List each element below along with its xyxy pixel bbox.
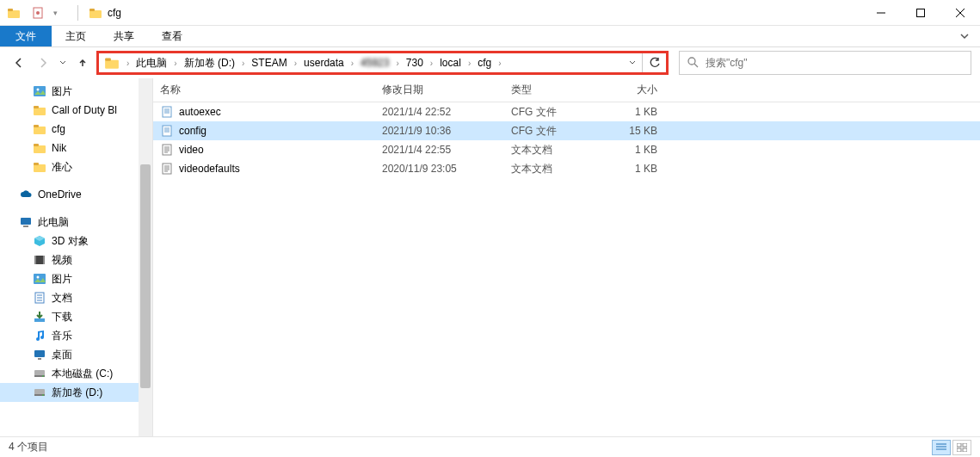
qat-dropdown-icon[interactable]: ▾ <box>48 6 62 20</box>
sidebar-item-9[interactable]: 图片 <box>0 269 152 288</box>
chevron-right-icon[interactable]: › <box>391 59 404 68</box>
music-icon <box>33 329 46 343</box>
nav-row: › 此电脑›新加卷 (D:)›STEAM›userdata›45923›730›… <box>0 47 980 78</box>
sidebar-item-8[interactable]: 视频 <box>0 250 152 269</box>
svg-rect-42 <box>963 448 967 452</box>
file-type: CFG 文件 <box>504 124 599 139</box>
folder-icon <box>33 122 46 136</box>
ribbon-collapse-button[interactable] <box>949 26 980 46</box>
file-row-0[interactable]: autoexec2021/1/4 22:52CFG 文件1 KB <box>153 102 980 121</box>
sidebar-item-label: 图片 <box>52 272 72 287</box>
back-button[interactable] <box>9 52 29 73</box>
search-box[interactable] <box>679 51 971 75</box>
sidebar-scrollbar[interactable] <box>139 78 152 436</box>
address-bar[interactable]: › 此电脑›新加卷 (D:)›STEAM›userdata›45923›730›… <box>96 51 669 75</box>
sidebar-item-3[interactable]: Nik <box>0 139 152 157</box>
chevron-right-icon[interactable]: › <box>425 59 438 68</box>
column-type[interactable]: 类型 <box>504 83 599 97</box>
sidebar-item-label: cfg <box>52 123 65 135</box>
picture-icon <box>33 84 46 98</box>
file-size: 1 KB <box>599 144 668 156</box>
sidebar-item-15[interactable]: 新加卷 (D:) <box>0 383 152 402</box>
qat-properties-icon[interactable] <box>31 6 45 20</box>
breadcrumb-2[interactable]: STEAM <box>251 57 287 69</box>
file-list: 名称 修改日期 类型 大小 autoexec2021/1/4 22:52CFG … <box>153 78 980 436</box>
breadcrumb-6[interactable]: local <box>440 57 461 69</box>
ribbon-file-tab[interactable]: 文件 <box>0 26 52 46</box>
column-size[interactable]: 大小 <box>599 83 668 97</box>
chevron-right-icon[interactable]: › <box>121 59 134 68</box>
forward-button[interactable] <box>33 52 53 73</box>
breadcrumb-5[interactable]: 730 <box>406 57 423 69</box>
sidebar-item-2[interactable]: cfg <box>0 120 152 139</box>
sidebar-item-label: 桌面 <box>52 348 72 362</box>
sidebar-item-5[interactable]: OneDrive <box>0 185 152 204</box>
view-icons-button[interactable] <box>952 440 971 455</box>
breadcrumb-3[interactable]: userdata <box>304 57 344 69</box>
chevron-right-icon[interactable]: › <box>493 59 506 68</box>
pc-icon <box>19 215 33 229</box>
chevron-right-icon[interactable]: › <box>237 59 250 68</box>
chevron-right-icon[interactable]: › <box>346 59 359 68</box>
ribbon-tab-2[interactable]: 查看 <box>148 26 196 46</box>
file-row-3[interactable]: videodefaults2020/11/9 23:05文本文档1 KB <box>153 159 980 178</box>
file-row-1[interactable]: config2021/1/9 10:36CFG 文件15 KB <box>153 121 980 140</box>
column-date[interactable]: 修改日期 <box>375 83 504 97</box>
folder-icon <box>33 141 46 155</box>
3d-icon <box>33 234 46 248</box>
address-dropdown-button[interactable] <box>623 53 642 72</box>
sidebar-item-13[interactable]: 桌面 <box>0 345 152 364</box>
doc-icon <box>33 291 46 305</box>
sidebar-item-label: 3D 对象 <box>52 234 89 249</box>
folder-icon <box>33 103 46 117</box>
close-button[interactable] <box>940 0 980 26</box>
chevron-right-icon[interactable]: › <box>463 59 476 68</box>
sidebar-item-11[interactable]: 下载 <box>0 307 152 326</box>
sidebar-item-label: 新加卷 (D:) <box>52 386 102 400</box>
breadcrumb-0[interactable]: 此电脑 <box>136 56 167 71</box>
column-headers: 名称 修改日期 类型 大小 <box>153 78 980 102</box>
sidebar-item-6[interactable]: 此电脑 <box>0 213 152 232</box>
cloud-icon <box>19 188 33 201</box>
sidebar-scrollbar-thumb[interactable] <box>140 164 151 388</box>
file-icon <box>160 105 174 119</box>
sidebar-item-14[interactable]: 本地磁盘 (C:) <box>0 364 152 383</box>
minimize-button[interactable] <box>861 0 901 26</box>
sidebar-item-10[interactable]: 文档 <box>0 288 152 307</box>
desktop-icon <box>33 348 46 361</box>
maximize-button[interactable] <box>901 0 940 26</box>
file-date: 2021/1/4 22:52 <box>375 106 504 118</box>
search-input[interactable] <box>706 57 971 69</box>
sidebar-item-7[interactable]: 3D 对象 <box>0 232 152 250</box>
sidebar-item-0[interactable]: 图片 <box>0 82 152 101</box>
folder-icon <box>33 160 46 174</box>
breadcrumb-1[interactable]: 新加卷 (D:) <box>184 56 235 71</box>
sidebar-item-label: 音乐 <box>52 329 72 343</box>
sidebar-item-12[interactable]: 音乐 <box>0 326 152 345</box>
sidebar-item-label: Nik <box>52 142 66 154</box>
breadcrumb-4[interactable]: 45923 <box>361 57 389 69</box>
sidebar: 图片Call of Duty BlcfgNik准心OneDrive此电脑3D 对… <box>0 78 153 436</box>
ribbon-tab-0[interactable]: 主页 <box>52 26 100 46</box>
view-details-button[interactable] <box>932 440 951 455</box>
chevron-right-icon[interactable]: › <box>289 59 302 68</box>
file-type: 文本文档 <box>504 143 599 157</box>
column-name[interactable]: 名称 <box>153 83 375 97</box>
sidebar-item-label: 图片 <box>52 84 72 99</box>
ribbon-tab-1[interactable]: 共享 <box>100 26 148 46</box>
file-name: config <box>179 125 206 137</box>
file-date: 2020/11/9 23:05 <box>375 163 504 175</box>
file-type: 文本文档 <box>504 162 599 176</box>
sidebar-item-1[interactable]: Call of Duty Bl <box>0 101 152 120</box>
chevron-right-icon[interactable]: › <box>169 59 182 68</box>
file-row-2[interactable]: video2021/1/4 22:55文本文档1 KB <box>153 140 980 159</box>
breadcrumb-7[interactable]: cfg <box>478 57 491 69</box>
sidebar-item-4[interactable]: 准心 <box>0 157 152 176</box>
file-type: CFG 文件 <box>504 105 599 120</box>
svg-line-35 <box>694 64 698 67</box>
file-size: 15 KB <box>599 125 668 137</box>
up-button[interactable] <box>72 52 93 73</box>
refresh-button[interactable] <box>642 53 666 72</box>
download-icon <box>33 310 46 324</box>
recent-dropdown-button[interactable] <box>57 52 69 73</box>
